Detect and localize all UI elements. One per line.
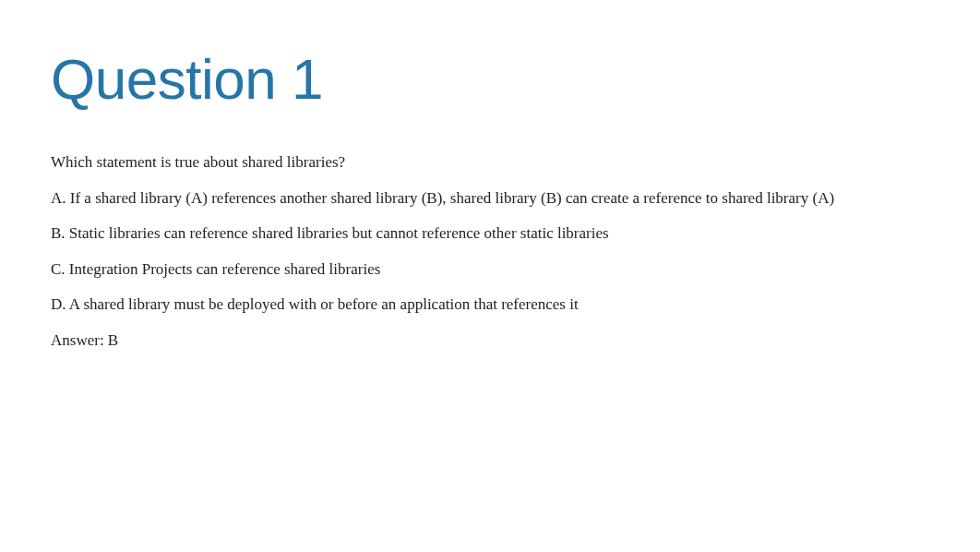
answer-line: Answer: B [51,329,929,353]
option-d: D. A shared library must be deployed wit… [51,293,929,317]
option-b: B. Static libraries can reference shared… [51,222,929,246]
option-c: C. Integration Projects can reference sh… [51,258,929,282]
question-prompt: Which statement is true about shared lib… [51,150,929,174]
option-a: A. If a shared library (A) references an… [51,186,929,210]
question-title: Question 1 [51,46,929,112]
